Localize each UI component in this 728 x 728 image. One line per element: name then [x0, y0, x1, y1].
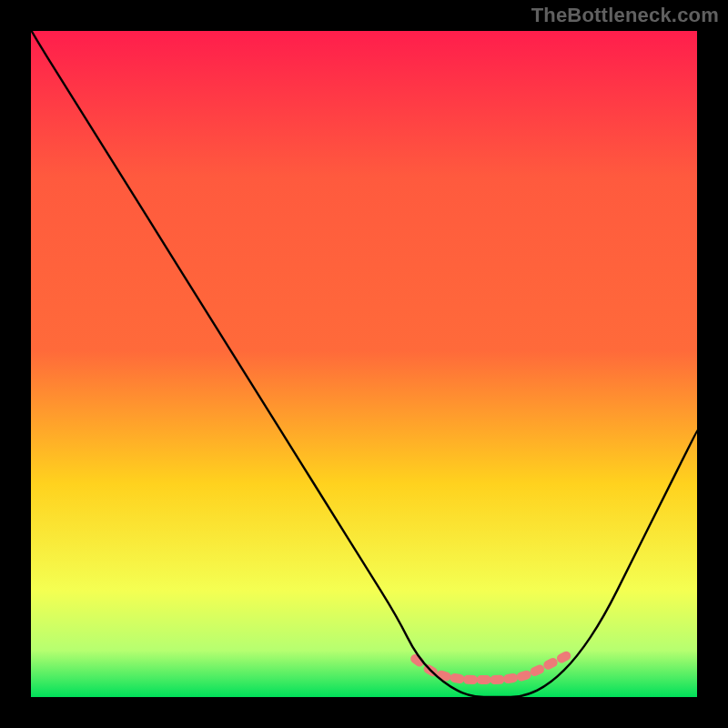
plot-area [31, 31, 697, 697]
marker-dash [477, 675, 491, 684]
bottleneck-chart-svg [31, 31, 697, 697]
marker-dash [490, 675, 504, 685]
chart-container: TheBottleneck.com [0, 0, 728, 728]
marker-dash [463, 675, 478, 685]
gradient-background [31, 31, 697, 697]
attribution-label: TheBottleneck.com [531, 4, 719, 27]
